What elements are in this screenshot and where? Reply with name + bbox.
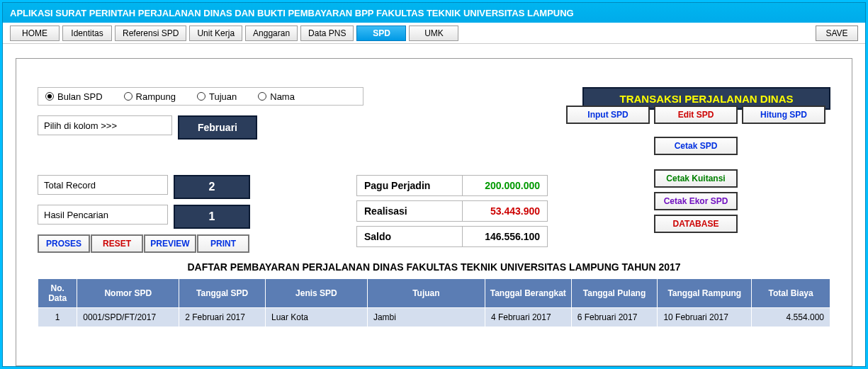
tab-spd[interactable]: SPD [356, 25, 406, 41]
col-nomor-spd: Nomor SPD [77, 279, 179, 308]
filter-radios: Bulan SPD Rampung Tujuan Nama [38, 87, 363, 106]
radio-tujuan[interactable]: Tujuan [197, 91, 237, 102]
database-button[interactable]: DATABASE [654, 215, 738, 233]
preview-button[interactable]: PREVIEW [144, 234, 196, 253]
radio-bulan-spd[interactable]: Bulan SPD [45, 91, 103, 102]
radio-nama[interactable]: Nama [258, 91, 295, 102]
radio-dot-icon [197, 92, 205, 101]
menu-bar: HOME Identitas Referensi SPD Unit Kerja … [3, 23, 865, 44]
main-panel: Bulan SPD Rampung Tujuan Nama [16, 58, 852, 366]
cell-no: 1 [38, 308, 77, 327]
reset-button[interactable]: RESET [91, 234, 143, 253]
title-bar: APLIKASI SURAT PERINTAH PERJALANAN DINAS… [3, 3, 865, 23]
table-title: DAFTAR PEMBAYARAN PERJALANAN DINAS FAKUL… [38, 261, 830, 273]
cell-tanggal-rampung: 10 Februari 2017 [658, 308, 752, 327]
col-tanggal-rampung: Tanggal Rampung [658, 279, 752, 308]
radio-dot-icon [124, 92, 133, 101]
radio-dot-icon [258, 92, 266, 101]
save-button[interactable]: SAVE [816, 25, 858, 41]
tab-umk[interactable]: UMK [409, 25, 458, 41]
col-tujuan: Tujuan [367, 279, 485, 308]
col-jenis-spd: Jenis SPD [265, 279, 367, 308]
radio-tujuan-label: Tujuan [209, 91, 237, 102]
cell-total-biaya: 4.554.000 [752, 308, 830, 327]
total-record-label: Total Record [38, 175, 168, 195]
filter-hint-box[interactable]: Pilih di kolom >>> [38, 115, 172, 135]
col-tanggal-spd: Tanggal SPD [179, 279, 266, 308]
tab-identitas[interactable]: Identitas [62, 25, 112, 41]
tab-data-pns[interactable]: Data PNS [300, 25, 354, 41]
cell-tujuan: Jambi [367, 308, 485, 327]
cetak-ekor-spd-button[interactable]: Cetak Ekor SPD [654, 192, 738, 210]
print-button[interactable]: PRINT [197, 234, 249, 253]
tab-anggaran[interactable]: Anggaran [245, 25, 298, 41]
col-total-biaya: Total Biaya [752, 279, 830, 308]
tab-referensi-spd[interactable]: Referensi SPD [115, 25, 186, 41]
radio-rampung-label: Rampung [136, 91, 176, 102]
cetak-kuitansi-button[interactable]: Cetak Kuitansi [654, 169, 738, 188]
cetak-spd-button[interactable]: Cetak SPD [654, 137, 738, 155]
pagu-value: 200.000.000 [463, 175, 548, 196]
tab-home[interactable]: HOME [10, 25, 60, 41]
tab-unit-kerja[interactable]: Unit Kerja [189, 25, 242, 41]
radio-dot-icon [45, 92, 54, 101]
proses-button[interactable]: PROSES [38, 234, 90, 253]
col-no: No. Data [38, 279, 77, 308]
realisasi-value: 53.443.900 [463, 200, 548, 222]
realisasi-label: Realisasi [356, 200, 463, 222]
pagu-label: Pagu Perjadin [356, 175, 463, 196]
edit-spd-button[interactable]: Edit SPD [654, 106, 738, 124]
data-table: No. Data Nomor SPD Tanggal SPD Jenis SPD… [38, 278, 830, 327]
app-title: APLIKASI SURAT PERINTAH PERJALANAN DINAS… [10, 8, 574, 18]
radio-bulan-label: Bulan SPD [57, 91, 103, 102]
total-record-value: 2 [174, 175, 250, 199]
col-tanggal-pulang: Tanggal Pulang [571, 279, 658, 308]
saldo-value: 146.556.100 [463, 226, 548, 247]
cell-nomor-spd: 0001/SPD/FT/2017 [77, 308, 179, 327]
table-row[interactable]: 1 0001/SPD/FT/2017 2 Februari 2017 Luar … [38, 308, 830, 327]
saldo-label: Saldo [356, 226, 463, 247]
input-spd-button[interactable]: Input SPD [566, 106, 650, 124]
hitung-spd-button[interactable]: Hitung SPD [742, 106, 825, 124]
cell-jenis-spd: Luar Kota [265, 308, 367, 327]
radio-rampung[interactable]: Rampung [124, 91, 176, 102]
cell-tanggal-pulang: 6 Februari 2017 [571, 308, 658, 327]
radio-nama-label: Nama [270, 91, 295, 102]
hasil-pencarian-label: Hasil Pencarian [38, 205, 168, 225]
month-selector[interactable]: Februari [178, 115, 257, 140]
col-tanggal-berangkat: Tanggal Berangkat [485, 279, 571, 308]
cell-tanggal-spd: 2 Februari 2017 [179, 308, 266, 327]
cell-tanggal-berangkat: 4 Februari 2017 [485, 308, 571, 327]
hasil-pencarian-value: 1 [174, 205, 250, 229]
